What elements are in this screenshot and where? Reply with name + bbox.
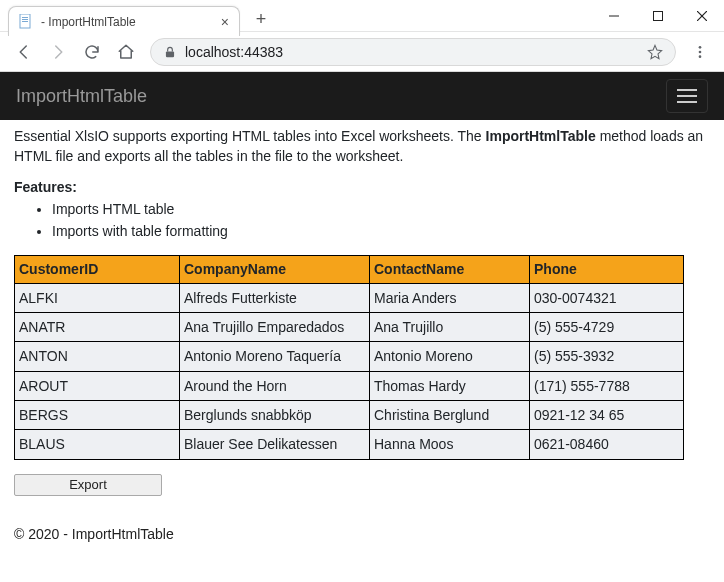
table-cell: Antonio Moreno Taquería (180, 342, 370, 371)
nav-back-icon[interactable] (8, 36, 40, 68)
nav-forward-icon[interactable] (42, 36, 74, 68)
table-cell: AROUT (15, 371, 180, 400)
table-cell: Blauer See Delikatessen (180, 430, 370, 459)
svg-point-10 (699, 50, 702, 53)
page-content: Essential XlsIO supports exporting HTML … (0, 120, 724, 496)
intro-paragraph: Essential XlsIO supports exporting HTML … (14, 126, 710, 167)
nav-home-icon[interactable] (110, 36, 142, 68)
browser-menu-icon[interactable] (684, 36, 716, 68)
col-header: CompanyName (180, 256, 370, 283)
window-title-bar: - ImportHtmlTable × + (0, 0, 724, 32)
col-header: Phone (530, 256, 684, 283)
customers-table: CustomerID CompanyName ContactName Phone… (14, 255, 684, 459)
table-cell: 030-0074321 (530, 283, 684, 312)
table-cell: 0921-12 34 65 (530, 400, 684, 429)
page-footer: © 2020 - ImportHtmlTable (0, 496, 724, 542)
table-cell: Christina Berglund (370, 400, 530, 429)
table-cell: 0621-08460 (530, 430, 684, 459)
export-button[interactable]: Export (14, 474, 162, 496)
table-cell: Thomas Hardy (370, 371, 530, 400)
hamburger-menu-icon[interactable] (666, 79, 708, 113)
address-port: 44383 (244, 44, 283, 60)
intro-method: ImportHtmlTable (486, 128, 596, 144)
table-cell: Antonio Moreno (370, 342, 530, 371)
table-cell: ALFKI (15, 283, 180, 312)
table-cell: Alfreds Futterkiste (180, 283, 370, 312)
table-cell: (5) 555-3932 (530, 342, 684, 371)
table-cell: (5) 555-4729 (530, 313, 684, 342)
bookmark-star-icon[interactable] (647, 44, 663, 60)
browser-tab[interactable]: - ImportHtmlTable × (8, 6, 240, 36)
tab-close-icon[interactable]: × (221, 14, 229, 30)
table-cell: Around the Horn (180, 371, 370, 400)
features-list: Imports HTML table Imports with table fo… (14, 199, 710, 242)
browser-toolbar: localhost:44383 (0, 32, 724, 72)
table-cell: (171) 555-7788 (530, 371, 684, 400)
svg-rect-1 (22, 17, 28, 18)
tab-favicon-icon (19, 14, 33, 30)
table-row: BERGSBerglunds snabbköpChristina Berglun… (15, 400, 684, 429)
table-row: ALFKIAlfreds FutterkisteMaria Anders030-… (15, 283, 684, 312)
svg-rect-5 (654, 12, 663, 21)
table-row: ANATRAna Trujillo EmparedadosAna Trujill… (15, 313, 684, 342)
table-cell: Ana Trujillo (370, 313, 530, 342)
table-row: BLAUSBlauer See DelikatessenHanna Moos06… (15, 430, 684, 459)
table-cell: BERGS (15, 400, 180, 429)
window-close-icon[interactable] (680, 1, 724, 31)
table-row: AROUTAround the HornThomas Hardy(171) 55… (15, 371, 684, 400)
table-cell: Hanna Moos (370, 430, 530, 459)
col-header: CustomerID (15, 256, 180, 283)
svg-point-9 (699, 46, 702, 49)
features-heading: Features: (14, 177, 710, 197)
list-item: Imports with table formatting (52, 221, 710, 241)
svg-point-11 (699, 55, 702, 58)
table-cell: ANATR (15, 313, 180, 342)
table-cell: Maria Anders (370, 283, 530, 312)
address-bar[interactable]: localhost:44383 (150, 38, 676, 66)
table-cell: BLAUS (15, 430, 180, 459)
svg-rect-2 (22, 19, 28, 20)
list-item: Imports HTML table (52, 199, 710, 219)
table-row: ANTONAntonio Moreno TaqueríaAntonio More… (15, 342, 684, 371)
nav-reload-icon[interactable] (76, 36, 108, 68)
table-cell: Berglunds snabbköp (180, 400, 370, 429)
table-cell: ANTON (15, 342, 180, 371)
svg-rect-3 (22, 21, 28, 22)
lock-icon (163, 45, 177, 59)
new-tab-button[interactable]: + (248, 6, 274, 32)
table-cell: Ana Trujillo Emparedados (180, 313, 370, 342)
intro-prefix: Essential XlsIO supports exporting HTML … (14, 128, 486, 144)
app-header: ImportHtmlTable (0, 72, 724, 120)
tab-title: - ImportHtmlTable (41, 15, 136, 29)
app-brand[interactable]: ImportHtmlTable (16, 86, 147, 107)
col-header: ContactName (370, 256, 530, 283)
svg-rect-8 (166, 51, 174, 57)
window-controls (592, 0, 724, 32)
table-header-row: CustomerID CompanyName ContactName Phone (15, 256, 684, 283)
window-minimize-icon[interactable] (592, 1, 636, 31)
window-maximize-icon[interactable] (636, 1, 680, 31)
address-host: localhost: (185, 44, 244, 60)
